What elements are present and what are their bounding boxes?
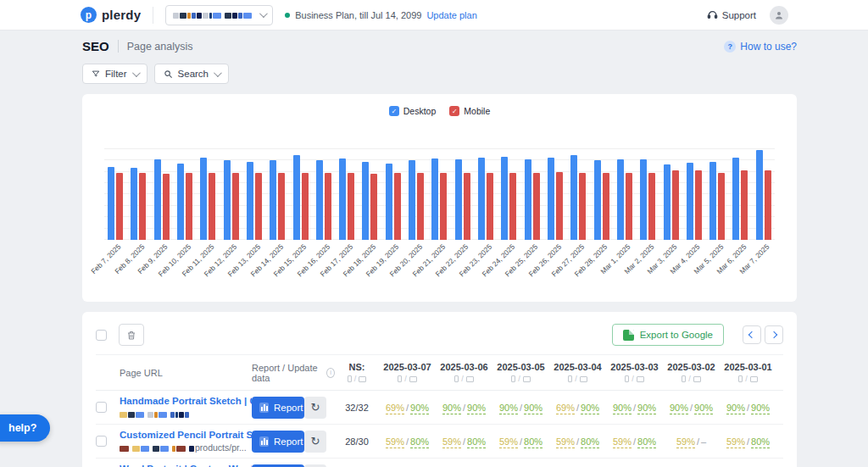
mobile-bar[interactable] <box>440 173 447 240</box>
how-to-use-link[interactable]: ? How to use? <box>724 41 797 53</box>
prev-page-button[interactable] <box>743 325 761 344</box>
desktop-score-link[interactable]: 90% <box>410 403 429 414</box>
mobile-bar[interactable] <box>278 173 285 240</box>
row-checkbox[interactable] <box>96 436 107 447</box>
desktop-bar[interactable] <box>594 160 601 240</box>
mobile-bar[interactable] <box>464 173 470 240</box>
desktop-bar[interactable] <box>200 158 207 240</box>
mobile-bar[interactable] <box>579 173 586 240</box>
desktop-bar[interactable] <box>709 162 716 240</box>
desktop-score-link[interactable]: 80% <box>637 436 656 448</box>
mobile-bar[interactable] <box>509 173 516 240</box>
next-page-button[interactable] <box>765 325 783 344</box>
project-selector[interactable] <box>165 5 273 25</box>
desktop-bar[interactable] <box>386 164 392 240</box>
desktop-score-link[interactable]: 80% <box>410 436 429 448</box>
desktop-bar[interactable] <box>617 159 624 240</box>
mobile-bar[interactable] <box>139 173 146 240</box>
desktop-bar[interactable] <box>455 159 462 240</box>
desktop-bar[interactable] <box>732 158 739 240</box>
header-date-column[interactable]: 2025-03-07/ <box>379 362 436 383</box>
desktop-bar[interactable] <box>548 158 554 240</box>
header-date-column[interactable]: 2025-03-01/ <box>720 362 776 383</box>
mobile-bar[interactable] <box>255 173 262 240</box>
mobile-bar[interactable] <box>695 170 702 240</box>
header-date-column[interactable]: 2025-03-04/ <box>549 362 606 383</box>
desktop-bar[interactable] <box>131 168 137 240</box>
refresh-button[interactable]: ↻ <box>304 397 326 419</box>
legend-mobile[interactable]: ✓ Mobile <box>449 106 490 116</box>
desktop-score-link[interactable]: 90% <box>694 403 713 414</box>
refresh-button[interactable]: ↻ <box>304 431 326 453</box>
desktop-bar[interactable] <box>224 160 231 240</box>
mobile-bar[interactable] <box>741 170 748 240</box>
mobile-score-link[interactable]: 59% <box>613 436 632 448</box>
desktop-bar[interactable] <box>270 160 276 240</box>
desktop-score-link[interactable]: 90% <box>751 403 770 414</box>
report-button[interactable]: Report <box>252 464 304 467</box>
mobile-score-link[interactable]: 59% <box>499 436 518 448</box>
report-button[interactable]: Report <box>252 397 304 419</box>
mobile-bar[interactable] <box>626 173 632 240</box>
mobile-bar[interactable] <box>348 173 354 240</box>
mobile-score-link[interactable]: 90% <box>442 403 461 414</box>
filter-button[interactable]: Filter <box>82 64 147 84</box>
desktop-score-link[interactable]: 80% <box>751 436 770 448</box>
desktop-bar[interactable] <box>640 159 647 240</box>
mobile-bar[interactable] <box>232 173 239 240</box>
mobile-bar[interactable] <box>325 173 331 240</box>
header-date-column[interactable]: 2025-03-05/ <box>492 362 549 383</box>
mobile-bar[interactable] <box>163 174 170 240</box>
refresh-button[interactable]: ↻ <box>304 464 326 467</box>
header-date-column[interactable]: 2025-03-03/ <box>606 362 663 383</box>
mobile-score-link[interactable]: 59% <box>556 436 575 448</box>
desktop-bar[interactable] <box>570 155 577 240</box>
desktop-bar[interactable] <box>501 157 508 240</box>
desktop-score-link[interactable]: 90% <box>524 403 542 414</box>
desktop-bar[interactable] <box>247 162 253 240</box>
mobile-bar[interactable] <box>533 173 540 240</box>
desktop-score-link[interactable]: 80% <box>524 436 542 448</box>
desktop-score-link[interactable]: 80% <box>467 436 486 448</box>
desktop-bar[interactable] <box>478 158 485 240</box>
mobile-bar[interactable] <box>765 170 771 240</box>
desktop-score-link[interactable]: 90% <box>581 403 599 414</box>
mobile-score-link[interactable]: 59% <box>726 436 745 448</box>
desktop-bar[interactable] <box>177 164 184 240</box>
support-button[interactable]: Support <box>707 9 756 20</box>
desktop-bar[interactable] <box>362 162 369 240</box>
search-button[interactable]: Search <box>154 64 229 84</box>
delete-button[interactable] <box>119 324 144 346</box>
update-plan-link[interactable]: Update plan <box>426 10 476 20</box>
desktop-bar[interactable] <box>664 164 670 240</box>
select-all-checkbox[interactable] <box>96 330 107 341</box>
mobile-bar[interactable] <box>302 173 309 240</box>
desktop-bar[interactable] <box>293 155 300 240</box>
page-title-link[interactable]: Handmade Portrait Sketch | Convert P... <box>120 396 252 406</box>
mobile-bar[interactable] <box>186 173 192 240</box>
mobile-score-link[interactable]: 90% <box>613 403 632 414</box>
legend-desktop[interactable]: ✓ Desktop <box>389 106 437 116</box>
desktop-bar[interactable] <box>339 158 346 240</box>
mobile-score-link[interactable]: 59% <box>386 436 404 448</box>
mobile-bar[interactable] <box>116 173 123 240</box>
mobile-bar[interactable] <box>209 173 215 240</box>
mobile-score-link[interactable]: 69% <box>556 403 575 414</box>
mobile-score-link[interactable]: 69% <box>386 403 404 414</box>
desktop-bar[interactable] <box>316 160 323 240</box>
mobile-score-link[interactable]: 90% <box>499 403 518 414</box>
desktop-bar[interactable] <box>525 159 531 240</box>
desktop-score-link[interactable]: 80% <box>581 436 599 448</box>
desktop-bar[interactable] <box>108 167 114 240</box>
export-to-google-button[interactable]: Export to Google <box>612 324 724 346</box>
header-date-column[interactable]: 2025-03-02/ <box>663 362 720 383</box>
mobile-bar[interactable] <box>556 172 563 240</box>
mobile-score-link[interactable]: 90% <box>670 403 688 414</box>
desktop-bar[interactable] <box>431 158 438 240</box>
mobile-bar[interactable] <box>718 173 725 240</box>
mobile-bar[interactable] <box>394 173 401 240</box>
user-avatar[interactable] <box>770 6 788 25</box>
mobile-bar[interactable] <box>417 173 424 240</box>
help-bubble-button[interactable]: help? <box>0 414 50 442</box>
desktop-bar[interactable] <box>756 150 763 240</box>
